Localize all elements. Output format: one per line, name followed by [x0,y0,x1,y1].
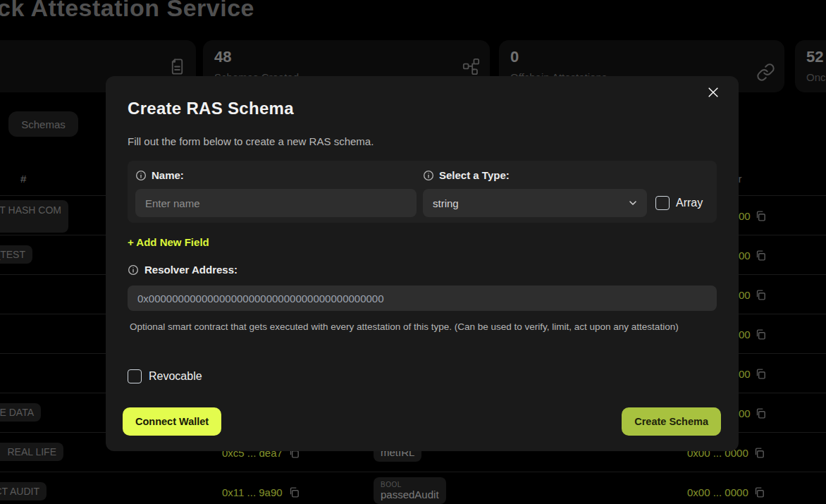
info-icon [423,170,434,181]
revocable-checkbox-group: Revocable [128,369,202,383]
connect-wallet-button[interactable]: Connect Wallet [123,407,221,436]
app-window: ck Attestation Service 48 Schemas Create… [0,0,826,504]
array-label: Array [676,197,703,209]
type-label-text: Select a Type: [439,169,510,181]
array-checkbox-group: Array [655,196,703,210]
resolver-label-text: Resolver Address: [144,264,238,276]
info-icon [135,170,147,181]
name-input[interactable] [135,189,417,217]
type-select-value: string [433,197,459,209]
revocable-checkbox[interactable] [128,369,142,383]
resolver-address-input[interactable] [128,285,717,311]
field-row-section: Name: Select a Type: string [128,161,717,223]
resolver-label: Resolver Address: [128,264,238,276]
revocable-label: Revocable [149,370,202,383]
close-icon[interactable] [706,85,720,99]
add-new-field-link[interactable]: + Add New Field [128,236,209,248]
modal-subtitle: Fill out the form below to create a new … [128,135,374,147]
type-label: Select a Type: [423,169,510,181]
name-label: Name: [135,169,184,181]
array-checkbox[interactable] [655,196,670,210]
create-schema-modal: Create RAS Schema Fill out the form belo… [106,76,739,451]
info-icon [128,264,139,276]
name-label-text: Name: [152,169,184,181]
modal-title: Create RAS Schema [128,99,294,118]
type-select[interactable]: string [423,189,647,217]
chevron-down-icon [627,197,639,209]
resolver-helper-text: Optional smart contract that gets execut… [130,320,686,334]
create-schema-button[interactable]: Create Schema [622,407,721,436]
